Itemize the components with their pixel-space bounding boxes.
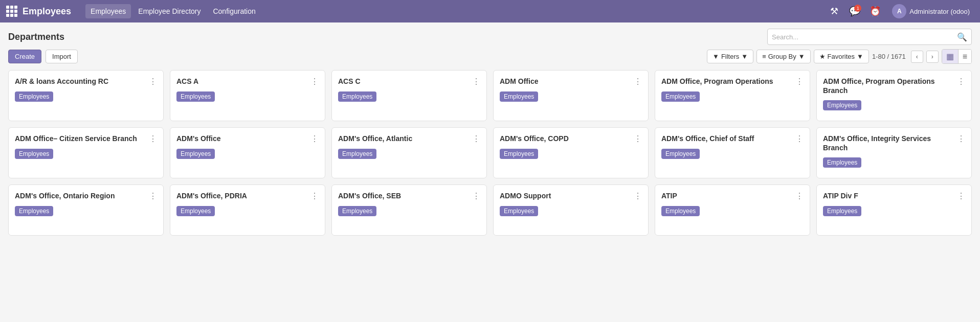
dept-card-menu-icon[interactable]: ⋮ — [634, 191, 642, 201]
dept-card-menu-icon[interactable]: ⋮ — [310, 191, 319, 201]
list-view-button[interactable]: ≡ — [959, 50, 971, 63]
top-menu: Employees Employee Directory Configurati… — [85, 4, 827, 18]
group-by-button[interactable]: ≡ Group By ▼ — [756, 50, 810, 63]
dept-card-menu-icon[interactable]: ⋮ — [149, 134, 157, 144]
dept-card: ADM Office, Program Operations Branch ⋮ … — [816, 70, 972, 121]
dept-card-header: ADM Office ⋮ — [500, 77, 642, 86]
employees-badge[interactable]: Employees — [15, 149, 53, 159]
dept-card-menu-icon[interactable]: ⋮ — [957, 134, 965, 144]
dept-card-menu-icon[interactable]: ⋮ — [795, 77, 804, 86]
kanban-view-button[interactable]: ▦ — [942, 50, 959, 63]
dept-card-menu-icon[interactable]: ⋮ — [472, 191, 480, 201]
group-by-icon: ≡ — [762, 53, 766, 60]
employees-badge[interactable]: Employees — [338, 206, 376, 216]
employees-badge[interactable]: Employees — [661, 206, 700, 216]
avatar: A — [892, 4, 906, 18]
dept-card-menu-icon[interactable]: ⋮ — [634, 134, 642, 144]
dept-card-body: Employees — [15, 149, 157, 159]
dept-card-header: ADMO Support ⋮ — [500, 191, 642, 201]
dept-card-title: ADM Office– Citizen Service Branch — [15, 134, 149, 143]
dept-card-body: Employees — [661, 206, 804, 216]
dept-card-menu-icon[interactable]: ⋮ — [310, 77, 319, 86]
favorites-label: Favorites — [828, 53, 855, 60]
pagination-info: 1-80 / 1671 — [872, 53, 906, 60]
dept-card-header: ADM's Office, COPD ⋮ — [500, 134, 642, 144]
dept-card: ACS C ⋮ Employees — [331, 70, 487, 121]
dept-card-menu-icon[interactable]: ⋮ — [472, 134, 480, 144]
employees-badge[interactable]: Employees — [338, 91, 376, 102]
employees-badge[interactable]: Employees — [823, 157, 861, 168]
dept-card-header: ADM Office, Program Operations ⋮ — [661, 77, 804, 86]
dept-card-menu-icon[interactable]: ⋮ — [149, 191, 157, 201]
dept-card-title: ADM Office, Program Operations — [661, 77, 795, 86]
dept-card-menu-icon[interactable]: ⋮ — [957, 191, 965, 201]
dept-card-header: ADM's Office ⋮ — [176, 134, 319, 144]
dept-card-title: ADM's Office, SEB — [338, 191, 472, 200]
clock-icon[interactable]: ⏰ — [867, 4, 883, 19]
employees-badge[interactable]: Employees — [176, 149, 215, 159]
dept-card: A/R & loans Accounting RC ⋮ Employees — [8, 70, 164, 121]
app-grid-icon[interactable] — [6, 6, 17, 17]
import-button[interactable]: Import — [46, 50, 78, 63]
dept-card-title: ADM's Office, Integrity Services Branch — [823, 134, 957, 152]
dept-card-menu-icon[interactable]: ⋮ — [957, 77, 965, 86]
dept-card-title: ACS A — [176, 77, 310, 86]
dept-card-menu-icon[interactable]: ⋮ — [472, 77, 480, 86]
dept-card-body: Employees — [661, 91, 804, 102]
menu-employee-directory[interactable]: Employee Directory — [133, 4, 206, 18]
employees-badge[interactable]: Employees — [661, 91, 700, 102]
dept-card-header: A/R & loans Accounting RC ⋮ — [15, 77, 157, 86]
employees-badge[interactable]: Employees — [15, 91, 53, 102]
employees-badge[interactable]: Employees — [500, 149, 538, 159]
dept-card: ATIP ⋮ Employees — [655, 185, 810, 236]
user-menu[interactable]: A Administrator (odoo) — [888, 2, 974, 20]
dept-card-body: Employees — [500, 149, 642, 159]
dept-card-title: ADM's Office, Chief of Staff — [661, 134, 795, 143]
dept-card-body: Employees — [176, 206, 319, 216]
filters-button[interactable]: ▼ Filters ▼ — [707, 50, 753, 63]
filter-icon: ▼ — [712, 53, 719, 60]
dept-card-menu-icon[interactable]: ⋮ — [795, 191, 804, 201]
messages-icon[interactable]: 💬 1 — [847, 4, 862, 19]
employees-badge[interactable]: Employees — [500, 91, 538, 102]
employees-badge[interactable]: Employees — [176, 206, 215, 216]
dept-card-menu-icon[interactable]: ⋮ — [634, 77, 642, 86]
notifications-icon[interactable]: ⚒ — [827, 4, 842, 19]
dept-card: ADM Office, Program Operations ⋮ Employe… — [655, 70, 810, 121]
dept-card-title: A/R & loans Accounting RC — [15, 77, 149, 86]
search-icon[interactable]: 🔍 — [957, 32, 967, 42]
group-by-label: Group By — [768, 53, 796, 60]
menu-employees[interactable]: Employees — [85, 4, 131, 18]
dept-card-title: ATIP Div F — [823, 191, 957, 200]
search-input[interactable] — [772, 33, 957, 41]
employees-badge[interactable]: Employees — [500, 206, 538, 216]
employees-badge[interactable]: Employees — [338, 149, 376, 159]
create-button[interactable]: Create — [8, 50, 41, 63]
dept-card-menu-icon[interactable]: ⋮ — [310, 134, 319, 144]
employees-badge[interactable]: Employees — [176, 91, 215, 102]
favorites-button[interactable]: ★ Favorites ▼ — [814, 50, 869, 63]
dept-card-header: ADM's Office, Chief of Staff ⋮ — [661, 134, 804, 144]
favorites-arrow: ▼ — [857, 53, 863, 60]
message-badge: 1 — [854, 5, 861, 12]
pagination-next[interactable]: › — [926, 51, 939, 63]
dept-card-body: Employees — [500, 91, 642, 102]
dept-card-title: ADM's Office, PDRIA — [176, 191, 310, 200]
employees-badge[interactable]: Employees — [15, 206, 53, 216]
dept-card-title: ADM's Office — [176, 134, 310, 143]
dept-card: ADM's Office, Chief of Staff ⋮ Employees — [655, 127, 810, 178]
employees-badge[interactable]: Employees — [823, 206, 861, 216]
dept-card-header: ACS A ⋮ — [176, 77, 319, 86]
employees-badge[interactable]: Employees — [661, 149, 700, 159]
dept-card-title: ADM's Office, Ontario Region — [15, 191, 149, 200]
dept-card-header: ADM's Office, Integrity Services Branch … — [823, 134, 965, 152]
employees-badge[interactable]: Employees — [823, 100, 861, 110]
pagination-prev[interactable]: ‹ — [911, 51, 923, 63]
dept-card-body: Employees — [500, 206, 642, 216]
dept-card: ADM Office ⋮ Employees — [493, 70, 649, 121]
dept-card: ADM's Office, COPD ⋮ Employees — [493, 127, 649, 178]
dept-card-menu-icon[interactable]: ⋮ — [149, 77, 157, 86]
dept-card-title: ATIP — [661, 191, 795, 200]
menu-configuration[interactable]: Configuration — [208, 4, 260, 18]
dept-card-menu-icon[interactable]: ⋮ — [795, 134, 804, 144]
